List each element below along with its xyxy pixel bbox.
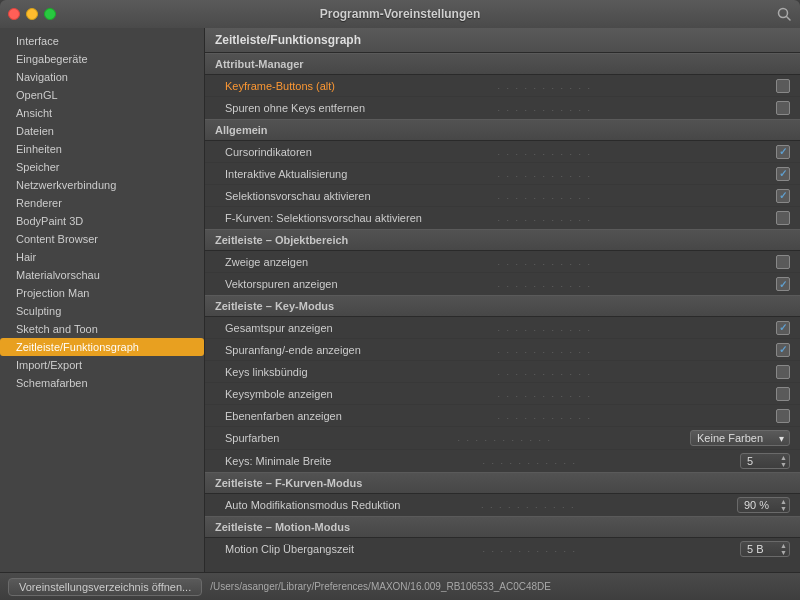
row-control-spuren-ohne-keys[interactable]	[770, 101, 790, 115]
checkbox-interaktive-aktualisierung[interactable]	[776, 167, 790, 181]
sidebar-item-ansicht[interactable]: Ansicht	[0, 104, 204, 122]
row-control-interaktive-aktualisierung[interactable]	[770, 167, 790, 181]
spinner-arrows-keys-minimale-breite[interactable]: ▲▼	[780, 454, 787, 468]
open-prefs-button[interactable]: Voreinstellungsverzeichnis öffnen...	[8, 578, 202, 596]
row-control-cursor-indikatoren[interactable]	[770, 145, 790, 159]
checkbox-cursor-indikatoren[interactable]	[776, 145, 790, 159]
sidebar-item-import-export[interactable]: Import/Export	[0, 356, 204, 374]
row-control-keys-minimale-breite[interactable]: 5▲▼	[740, 453, 790, 469]
row-cursor-indikatoren: Cursorindikatoren . . . . . . . . . . .	[205, 141, 800, 163]
sidebar-item-content-browser[interactable]: Content Browser	[0, 230, 204, 248]
row-control-spuranfang-ende[interactable]	[770, 343, 790, 357]
sidebar-item-schemafarben[interactable]: Schemafarben	[0, 374, 204, 392]
sidebar: InterfaceEingabegeräteNavigationOpenGLAn…	[0, 28, 205, 572]
row-control-vektorspuren-anzeigen[interactable]	[770, 277, 790, 291]
bottom-bar: Voreinstellungsverzeichnis öffnen... /Us…	[0, 572, 800, 600]
close-button[interactable]	[8, 8, 20, 20]
prefs-path: /Users/asanger/Library/Preferences/MAXON…	[210, 581, 792, 592]
sidebar-item-sculpting[interactable]: Sculpting	[0, 302, 204, 320]
checkbox-zweige-anzeigen[interactable]	[776, 255, 790, 269]
checkbox-spuranfang-ende[interactable]	[776, 343, 790, 357]
row-dots-gesamtspur-anzeigen: . . . . . . . . . . .	[498, 323, 767, 333]
section-header-allgemein: Allgemein	[205, 119, 800, 141]
minimize-button[interactable]	[26, 8, 38, 20]
spinner-arrows-motion-clip-uebergangszeit[interactable]: ▲▼	[780, 542, 787, 556]
checkbox-gesamtspur-anzeigen[interactable]	[776, 321, 790, 335]
row-control-selektionsvorschau[interactable]	[770, 189, 790, 203]
sidebar-item-bodypaint[interactable]: BodyPaint 3D	[0, 212, 204, 230]
row-ebenenfarben-anzeigen: Ebenenfarben anzeigen . . . . . . . . . …	[205, 405, 800, 427]
checkbox-keys-linksbuendig[interactable]	[776, 365, 790, 379]
row-dots-cursor-indikatoren: . . . . . . . . . . .	[498, 147, 767, 157]
row-control-spurfarben[interactable]: Keine Farben	[690, 430, 790, 446]
row-selektionsvorschau: Selektionsvorschau aktivieren . . . . . …	[205, 185, 800, 207]
row-label-motion-clip-uebergangszeit: Motion Clip Übergangszeit	[225, 543, 479, 555]
checkbox-keysymbole-anzeigen[interactable]	[776, 387, 790, 401]
checkbox-f-kurven-selektionsvorschau[interactable]	[776, 211, 790, 225]
spinner-arrows-auto-modifikationsmodus[interactable]: ▲▼	[780, 498, 787, 512]
row-control-keys-linksbuendig[interactable]	[770, 365, 790, 379]
row-keysymbole-anzeigen: Keysymbole anzeigen . . . . . . . . . . …	[205, 383, 800, 405]
sidebar-item-speicher[interactable]: Speicher	[0, 158, 204, 176]
sidebar-item-hair[interactable]: Hair	[0, 248, 204, 266]
sidebar-item-renderer[interactable]: Renderer	[0, 194, 204, 212]
row-dots-spurfarben: . . . . . . . . . . .	[458, 433, 687, 443]
row-label-spuranfang-ende: Spuranfang/-ende anzeigen	[225, 344, 494, 356]
section-allgemein: AllgemeinCursorindikatoren . . . . . . .…	[205, 119, 800, 229]
title-bar: Programm-Voreinstellungen	[0, 0, 800, 28]
search-button[interactable]	[776, 6, 792, 22]
sidebar-item-einheiten[interactable]: Einheiten	[0, 140, 204, 158]
checkbox-vektorspuren-anzeigen[interactable]	[776, 277, 790, 291]
spinner-motion-clip-uebergangszeit[interactable]: 5 B▲▼	[740, 541, 790, 557]
row-label-zweige-anzeigen: Zweige anzeigen	[225, 256, 494, 268]
spinner-value-motion-clip-uebergangszeit: 5 B	[747, 543, 764, 555]
checkbox-spuren-ohne-keys[interactable]	[776, 101, 790, 115]
spinner-auto-modifikationsmodus[interactable]: 90 %▲▼	[737, 497, 790, 513]
row-control-motion-clip-uebergangszeit[interactable]: 5 B▲▼	[740, 541, 790, 557]
sidebar-item-materialvorschau[interactable]: Materialvorschau	[0, 266, 204, 284]
row-label-gesamtspur-anzeigen: Gesamtspur anzeigen	[225, 322, 494, 334]
row-zweige-anzeigen: Zweige anzeigen . . . . . . . . . . .	[205, 251, 800, 273]
maximize-button[interactable]	[44, 8, 56, 20]
row-dots-f-kurven-selektionsvorschau: . . . . . . . . . . .	[498, 213, 767, 223]
row-control-gesamtspur-anzeigen[interactable]	[770, 321, 790, 335]
spinner-value-auto-modifikationsmodus: 90 %	[744, 499, 769, 511]
sidebar-item-zeitleiste[interactable]: Zeitleiste/Funktionsgraph	[0, 338, 204, 356]
row-control-ebenenfarben-anzeigen[interactable]	[770, 409, 790, 423]
row-dots-vektorspuren-anzeigen: . . . . . . . . . . .	[498, 279, 767, 289]
row-dots-auto-modifikationsmodus: . . . . . . . . . . .	[481, 500, 733, 510]
sidebar-item-sketch-and-toon[interactable]: Sketch and Toon	[0, 320, 204, 338]
sidebar-item-navigation[interactable]: Navigation	[0, 68, 204, 86]
section-header-zeitleiste-key-modus: Zeitleiste – Key-Modus	[205, 295, 800, 317]
row-control-zweige-anzeigen[interactable]	[770, 255, 790, 269]
row-control-auto-modifikationsmodus[interactable]: 90 %▲▼	[737, 497, 790, 513]
sidebar-item-dateien[interactable]: Dateien	[0, 122, 204, 140]
row-label-cursor-indikatoren: Cursorindikatoren	[225, 146, 494, 158]
row-label-selektionsvorschau: Selektionsvorschau aktivieren	[225, 190, 494, 202]
svg-line-1	[787, 17, 791, 21]
row-control-keysymbole-anzeigen[interactable]	[770, 387, 790, 401]
sidebar-item-interface[interactable]: Interface	[0, 32, 204, 50]
row-control-keyframe-buttons[interactable]	[770, 79, 790, 93]
spinner-keys-minimale-breite[interactable]: 5▲▼	[740, 453, 790, 469]
row-label-f-kurven-selektionsvorschau: F-Kurven: Selektionsvorschau aktivieren	[225, 212, 494, 224]
row-label-keys-linksbuendig: Keys linksbündig	[225, 366, 494, 378]
row-f-kurven-selektionsvorschau: F-Kurven: Selektionsvorschau aktivieren …	[205, 207, 800, 229]
row-dots-keyframe-buttons: . . . . . . . . . . .	[498, 81, 767, 91]
row-dots-interaktive-aktualisierung: . . . . . . . . . . .	[498, 169, 767, 179]
dropdown-spurfarben[interactable]: Keine Farben	[690, 430, 790, 446]
checkbox-ebenenfarben-anzeigen[interactable]	[776, 409, 790, 423]
row-control-f-kurven-selektionsvorschau[interactable]	[770, 211, 790, 225]
section-zeitleiste-f-kurven-modus: Zeitleiste – F-Kurven-ModusAuto Modifika…	[205, 472, 800, 516]
sidebar-item-eingabegerate[interactable]: Eingabegeräte	[0, 50, 204, 68]
sidebar-item-opengl[interactable]: OpenGL	[0, 86, 204, 104]
row-label-spuren-ohne-keys: Spuren ohne Keys entfernen	[225, 102, 494, 114]
sidebar-item-netzwerkverbindung[interactable]: Netzwerkverbindung	[0, 176, 204, 194]
row-dots-motion-clip-uebergangszeit: . . . . . . . . . . .	[483, 544, 737, 554]
row-gesamtspur-anzeigen: Gesamtspur anzeigen . . . . . . . . . . …	[205, 317, 800, 339]
sidebar-item-projection-man[interactable]: Projection Man	[0, 284, 204, 302]
checkbox-keyframe-buttons[interactable]	[776, 79, 790, 93]
traffic-lights	[8, 8, 56, 20]
section-header-zeitleiste-motion-modus: Zeitleiste – Motion-Modus	[205, 516, 800, 538]
checkbox-selektionsvorschau[interactable]	[776, 189, 790, 203]
